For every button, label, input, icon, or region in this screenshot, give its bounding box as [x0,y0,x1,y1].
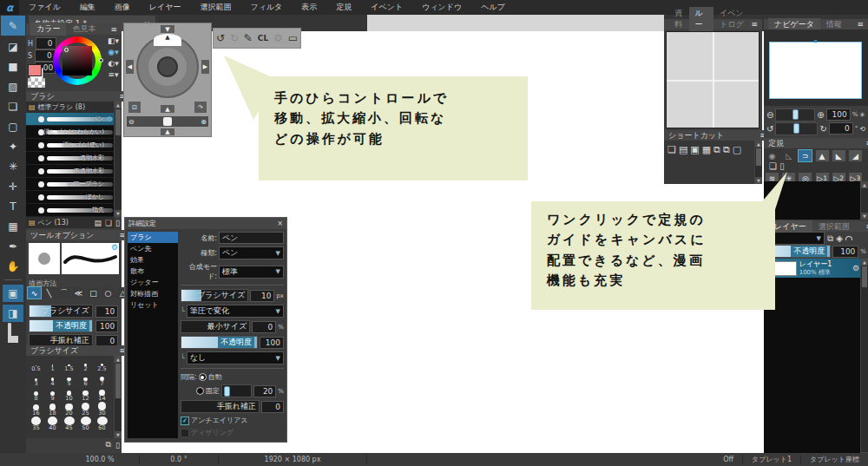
layer-gear-icon[interactable]: ⚙ [852,264,859,272]
rect-icon[interactable]: □ [87,287,100,299]
sv-cursor[interactable] [64,48,69,52]
slider-mode-icon[interactable]: ≡▾ [108,70,119,79]
brush-item[interactable]: 消しゴム(やわらかい) ⚙ [26,126,115,139]
pen-mode-icon[interactable]: ✎ [244,32,253,44]
scrollbar[interactable]: ▲▼ [754,141,762,184]
brush-item[interactable]: エアーブラシ ⚙ [26,178,115,191]
clear-layer-button[interactable]: CL [258,34,268,43]
brush-size-cell[interactable]: 1 [44,358,61,372]
brush-item[interactable]: 消しゴム(硬い) ⚙ [26,139,115,152]
menu-item[interactable]: 編集 [70,2,105,13]
fg-color-swatch[interactable] [28,64,42,76]
layer-row[interactable]: ✓ レイヤー1 100% 標準 ⚙ [764,259,861,278]
widget-collapse-button[interactable]: ▲ [161,128,174,135]
brush-size-cell[interactable]: 5 [61,372,77,387]
clip-layer-icon[interactable]: ⧉ [827,233,833,244]
redo-icon[interactable]: ↻ [230,32,239,44]
scrollbar[interactable]: ▲▼ [860,259,868,459]
brush-size-cell[interactable]: 12 [77,387,94,402]
scrollbar[interactable]: ▲▼ [114,102,122,217]
panel-menu-icon[interactable]: ≡ [857,20,864,29]
brush-size-cell[interactable]: 10 [61,387,77,402]
bar-mode-icon[interactable]: ◐▾ [108,59,119,68]
nav-rotate-slider[interactable] [775,122,818,135]
rotate-cw-icon[interactable]: ↻ [819,124,826,134]
eyedropper-tool[interactable]: ✒ [3,238,23,255]
nav-zoom-slider[interactable] [775,108,815,121]
dlg-brush-size-slider[interactable]: ブラシサイズ [181,289,248,302]
dlg-opacity-slider[interactable]: 不透明度 [181,336,258,349]
brush-size-value[interactable]: 10 [95,305,118,318]
scatter-tool[interactable]: ✳ [3,158,23,175]
brush-size-slider[interactable]: ブラシサイズ [29,305,93,318]
hand-control[interactable]: ▼ ▲ ◀ ▶ ⊡ ↷ ▲ ⊖ ⊕ ▲ [124,23,211,136]
brush-size-cell[interactable]: 2.5 [94,358,110,372]
curve-icon[interactable]: ⌒ [57,287,70,299]
dialog-nav-item[interactable]: 散布 [128,266,178,277]
lock-tool[interactable] [3,325,23,342]
zoom-slider[interactable]: ⊖ ⊕ [127,116,208,127]
reset-rotation-button[interactable]: ↷ [194,102,207,113]
zoom-in-icon[interactable]: ⊕ [201,118,207,126]
brush-size-cell[interactable]: 50 [77,417,94,431]
brush-gear-icon[interactable]: ⚙ [107,115,113,123]
menu-item[interactable]: 選択範囲 [190,2,240,13]
pan-right-button[interactable]: ▶ [201,60,209,74]
ruler-visibility-icon[interactable]: ◉ [766,150,779,161]
eraser-tool[interactable]: ◪ [3,38,23,56]
scrollbar[interactable]: ▲▼ [860,181,868,220]
move-tool[interactable]: ✛ [3,178,23,195]
duplicate-size-icon[interactable]: ⧉ [106,440,111,450]
brush-size-cell[interactable]: 35 [28,417,44,431]
rotate-reset-icon[interactable]: ⟲ [859,125,865,133]
menu-item[interactable]: ウィンドウ [412,2,471,13]
interval-fixed-radio[interactable] [196,387,204,395]
opacity-pressure-select[interactable]: なし▼ [187,351,284,364]
status-tablet-off[interactable]: Off [714,455,743,464]
antialias-checkbox[interactable]: ✓ [181,417,189,425]
shape-tool[interactable]: ■ [3,58,23,75]
brush-size-cell[interactable]: 14 [94,387,110,402]
brush-size-cell[interactable]: 4 [44,372,61,387]
menu-item[interactable]: ファイル [19,2,70,13]
h-field[interactable]: 0 [36,37,56,49]
wheel-mode-icon[interactable]: ◉▾ [108,48,119,56]
dialog-close-icon[interactable]: × [277,220,283,227]
brush-settings-gear-icon[interactable]: ⚙ [111,243,118,252]
dlg-stabilizer-slider[interactable]: 手振れ補正 [181,400,260,413]
hand-tool[interactable]: ✋ [3,258,23,275]
select-tool[interactable]: ▢ [3,118,23,135]
ruler-tool-icon-3[interactable]: ◢ [849,150,862,161]
pan-up-button[interactable]: ▼ [161,25,174,33]
detail-settings-dialog[interactable]: 詳細設定 × ブラシペン先効果散布ジッター対称描画リセット 名前: ペン 種類:… [124,217,287,443]
brush-size-cell[interactable]: 6 [77,372,94,387]
menu-item[interactable]: 表示 [292,2,326,13]
zoom-in-icon[interactable]: ⊕ [817,110,824,120]
brush-item[interactable]: ペン ⚙ [26,113,115,126]
dlg-brush-size-value[interactable]: 10 [250,290,274,302]
dialog-nav-item[interactable]: ブラシ [128,232,178,243]
zoom-out-icon[interactable]: ⊖ [766,110,773,120]
zoom-slider-handle[interactable] [163,117,172,126]
save-icon[interactable]: ▣ [690,144,699,155]
brush-size-cell[interactable]: 25 [77,402,94,417]
loupe-view[interactable] [666,31,760,128]
paste-icon[interactable]: ⧉ [723,144,730,155]
min-size-slider[interactable]: 最小サイズ [181,320,250,333]
min-size-value[interactable]: 0 [252,321,276,333]
brush-type-select[interactable]: ペン▼ [219,246,284,259]
menu-item[interactable]: レイヤー [140,2,191,13]
menu-item[interactable]: フィルタ [240,2,292,13]
settings-gear-icon[interactable]: ⚙ [273,32,283,44]
pen-tool[interactable]: ✎ [1,16,25,36]
brush-group-1[interactable]: 標準ブラシ (8) [38,102,85,112]
layer-opacity-slider[interactable]: 不透明度 [766,245,831,258]
fit-view-button[interactable]: ⊡ [128,102,141,113]
dialog-nav-item[interactable]: 効果 [128,254,178,266]
ellipse-icon[interactable]: ○ [102,287,115,299]
brush-size-cell[interactable]: 1.5 [61,358,77,372]
text-tool[interactable]: T [3,198,23,215]
dial-center[interactable] [157,56,178,77]
transparent-swatch[interactable] [28,78,45,88]
status-tablet-1[interactable]: タブレット1 [743,455,801,464]
